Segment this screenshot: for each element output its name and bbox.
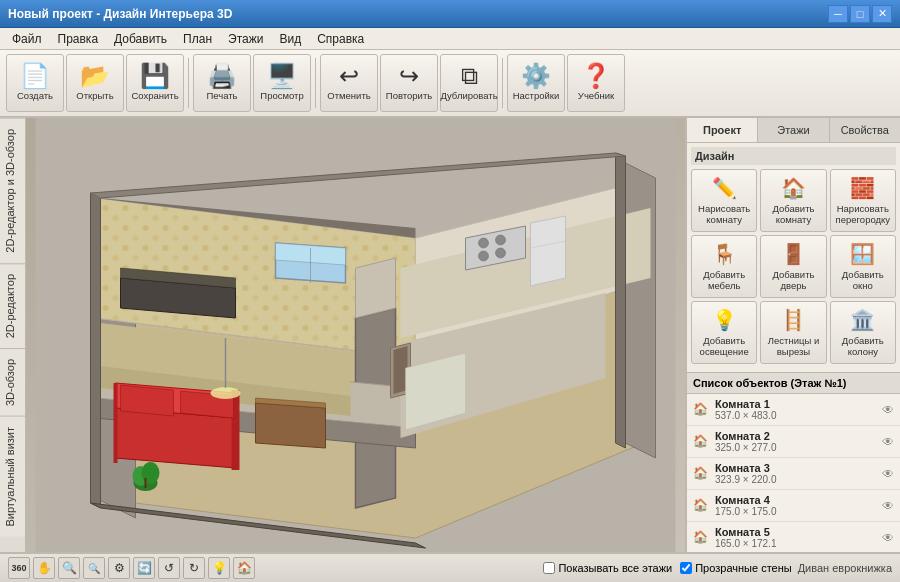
cw-icon: ↻ xyxy=(189,561,199,575)
rotate-button[interactable]: 🔄 xyxy=(133,557,155,579)
right-panel-tabs: Проект Этажи Свойства xyxy=(687,118,900,143)
object-room-5[interactable]: 🏠 Комната 5 165.0 × 172.1 👁 xyxy=(687,522,900,552)
show-floors-check[interactable]: Показывать все этажи xyxy=(543,562,672,574)
room2-visibility-icon[interactable]: 👁 xyxy=(882,435,894,449)
show-floors-label: Показывать все этажи xyxy=(558,562,672,574)
transparent-walls-check[interactable]: Прозрачные стены xyxy=(680,562,791,574)
ccw-icon: ↺ xyxy=(164,561,174,575)
duplicate-button[interactable]: ⧉ Дублировать xyxy=(440,54,498,112)
object-room-4[interactable]: 🏠 Комната 4 175.0 × 175.0 👁 xyxy=(687,490,900,522)
stairs-cuts-label: Лестницы и вырезы xyxy=(764,335,822,357)
floor-plan-svg xyxy=(26,118,685,552)
window-controls: ─ □ ✕ xyxy=(828,5,892,23)
preview-button[interactable]: 🖥️ Просмотр xyxy=(253,54,311,112)
undo-icon: ↩ xyxy=(339,64,359,88)
menu-view[interactable]: Вид xyxy=(271,30,309,48)
settings-button[interactable]: ⚙️ Настройки xyxy=(507,54,565,112)
undo-button[interactable]: ↩ Отменить xyxy=(320,54,378,112)
add-furniture-label: Добавить мебель xyxy=(695,269,753,291)
draw-partition-icon: 🧱 xyxy=(850,176,875,200)
room1-visibility-icon[interactable]: 👁 xyxy=(882,403,894,417)
room3-visibility-icon[interactable]: 👁 xyxy=(882,467,894,481)
transparent-walls-checkbox[interactable] xyxy=(680,562,692,574)
maximize-button[interactable]: □ xyxy=(850,5,870,23)
tab-virtual[interactable]: Виртуальный визит xyxy=(0,416,25,537)
add-door-button[interactable]: 🚪 Добавить дверь xyxy=(760,235,826,298)
object-room-2[interactable]: 🏠 Комната 2 325.0 × 277.0 👁 xyxy=(687,426,900,458)
svg-point-44 xyxy=(479,238,489,248)
settings2-button[interactable]: ⚙ xyxy=(108,557,130,579)
view-area[interactable] xyxy=(26,118,685,552)
tab-project[interactable]: Проект xyxy=(687,118,758,142)
rotate-icon: 🔄 xyxy=(137,561,152,575)
toolbar: 📄 Создать 📂 Открыть 💾 Сохранить 🖨️ Печат… xyxy=(0,50,900,118)
room2-dims: 325.0 × 277.0 xyxy=(715,442,882,453)
print-icon: 🖨️ xyxy=(207,64,237,88)
ccw-button[interactable]: ↺ xyxy=(158,557,180,579)
minimize-button[interactable]: ─ xyxy=(828,5,848,23)
tutorial-label: Учебник xyxy=(578,90,614,101)
design-section-title: Дизайн xyxy=(691,147,896,165)
room1-dims: 537.0 × 483.0 xyxy=(715,410,882,421)
redo-label: Повторить xyxy=(386,90,432,101)
tab-properties[interactable]: Свойства xyxy=(830,118,900,142)
draw-room-button[interactable]: ✏️ Нарисовать комнату xyxy=(691,169,757,232)
add-door-label: Добавить дверь xyxy=(764,269,822,291)
add-room-label: Добавить комнату xyxy=(764,203,822,225)
room3-dims: 323.9 × 220.0 xyxy=(715,474,882,485)
close-button[interactable]: ✕ xyxy=(872,5,892,23)
object-room-1[interactable]: 🏠 Комната 1 537.0 × 483.0 👁 xyxy=(687,394,900,426)
pan-button[interactable]: ✋ xyxy=(33,557,55,579)
toolbar-separator-3 xyxy=(502,58,503,108)
light-button[interactable]: 💡 xyxy=(208,557,230,579)
svg-marker-30 xyxy=(256,403,326,448)
menu-floors[interactable]: Этажи xyxy=(220,30,271,48)
menu-help[interactable]: Справка xyxy=(309,30,372,48)
tab-2d[interactable]: 2D-редактор xyxy=(0,263,25,348)
tutorial-button[interactable]: ❓ Учебник xyxy=(567,54,625,112)
add-column-button[interactable]: 🏛️ Добавить колону xyxy=(830,301,896,364)
open-button[interactable]: 📂 Открыть xyxy=(66,54,124,112)
add-room-button[interactable]: 🏠 Добавить комнату xyxy=(760,169,826,232)
cw-button[interactable]: ↻ xyxy=(183,557,205,579)
object-room-3[interactable]: 🏠 Комната 3 323.9 × 220.0 👁 xyxy=(687,458,900,490)
title-bar: Новый проект - Дизайн Интерьера 3D ─ □ ✕ xyxy=(0,0,900,28)
menu-bar: Файл Правка Добавить План Этажи Вид Спра… xyxy=(0,28,900,50)
save-button[interactable]: 💾 Сохранить xyxy=(126,54,184,112)
objects-list[interactable]: 🏠 Комната 1 537.0 × 483.0 👁 🏠 Комната 2 … xyxy=(687,394,900,552)
room4-visibility-icon[interactable]: 👁 xyxy=(882,499,894,513)
view-360-button[interactable]: 360 xyxy=(8,557,30,579)
undo-label: Отменить xyxy=(327,90,370,101)
stairs-cuts-button[interactable]: 🪜 Лестницы и вырезы xyxy=(760,301,826,364)
room5-name: Комната 5 xyxy=(715,526,882,538)
stairs-cuts-icon: 🪜 xyxy=(781,308,806,332)
create-button[interactable]: 📄 Создать xyxy=(6,54,64,112)
tab-2d-3d[interactable]: 2D-редактор и 3D-обзор xyxy=(0,118,25,263)
right-panel: Проект Этажи Свойства Дизайн ✏️ Нарисова… xyxy=(685,118,900,552)
zoom-out-button[interactable]: 🔍 xyxy=(83,557,105,579)
print-button[interactable]: 🖨️ Печать xyxy=(193,54,251,112)
home-view-button[interactable]: 🏠 xyxy=(233,557,255,579)
menu-add[interactable]: Добавить xyxy=(106,30,175,48)
menu-file[interactable]: Файл xyxy=(4,30,50,48)
draw-partition-button[interactable]: 🧱 Нарисовать перегородку xyxy=(830,169,896,232)
tab-3d[interactable]: 3D-обзор xyxy=(0,348,25,416)
room5-visibility-icon[interactable]: 👁 xyxy=(882,531,894,545)
show-floors-checkbox[interactable] xyxy=(543,562,555,574)
menu-edit[interactable]: Правка xyxy=(50,30,107,48)
add-window-button[interactable]: 🪟 Добавить окно xyxy=(830,235,896,298)
add-lighting-button[interactable]: 💡 Добавить освещение xyxy=(691,301,757,364)
draw-room-label: Нарисовать комнату xyxy=(695,203,753,225)
main-area: 2D-редактор и 3D-обзор 2D-редактор 3D-об… xyxy=(0,118,900,552)
add-furniture-button[interactable]: 🪑 Добавить мебель xyxy=(691,235,757,298)
add-door-icon: 🚪 xyxy=(781,242,806,266)
svg-marker-48 xyxy=(531,216,566,286)
menu-plan[interactable]: План xyxy=(175,30,220,48)
bottom-info: Диван еврокнижка xyxy=(798,562,892,574)
zoom-in-button[interactable]: 🔍 xyxy=(58,557,80,579)
redo-button[interactable]: ↪ Повторить xyxy=(380,54,438,112)
room3-info: Комната 3 323.9 × 220.0 xyxy=(715,462,882,485)
tab-floors[interactable]: Этажи xyxy=(758,118,829,142)
svg-marker-26 xyxy=(114,383,118,463)
add-column-label: Добавить колону xyxy=(834,335,892,357)
